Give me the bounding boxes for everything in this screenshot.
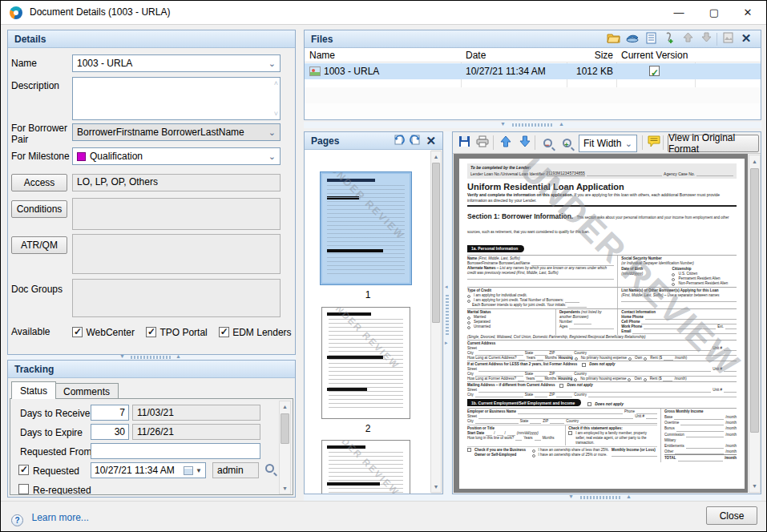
scrollbar-thumb[interactable]: [432, 163, 440, 323]
doc-dependents-label: Dependents: [559, 310, 580, 314]
scrollbar-down-icon[interactable]: ▼: [280, 486, 290, 491]
close-window-button[interactable]: ✕: [731, 1, 765, 25]
files-panel-header: Files ✕: [305, 30, 761, 48]
doc-alt-names-label: Alternate Names: [467, 266, 496, 270]
pages-preview-splitter[interactable]: ◂ ▸: [444, 131, 451, 494]
next-page-icon[interactable]: [516, 135, 534, 151]
close-button[interactable]: Close: [706, 506, 757, 525]
print-icon[interactable]: [474, 135, 491, 151]
bottom-splitter[interactable]: ▼ ▲: [304, 494, 761, 501]
empty-file-row: [305, 87, 761, 103]
column-header-size[interactable]: Size: [567, 48, 613, 62]
column-header-name[interactable]: Name: [309, 48, 335, 62]
attach-file-icon[interactable]: [661, 32, 677, 46]
window-title: Document Details (1003 - URLA): [30, 6, 170, 18]
requested-date-picker[interactable]: 10/27/21 11:34 AM ▼: [91, 462, 206, 478]
scrollbar-thumb[interactable]: [750, 168, 759, 433]
rerequested-checkbox[interactable]: [18, 484, 29, 494]
days-to-receive-input[interactable]: 7: [91, 405, 129, 421]
document-preview-page: UNDER REVIEW To be completed by the Lend…: [459, 159, 745, 489]
days-to-expire-input[interactable]: 30: [91, 424, 129, 440]
file-row[interactable]: 1003 - URLA 10/27/21 11:34 AM 1012 KB: [305, 63, 761, 79]
description-label: Description: [11, 80, 59, 91]
browse-attach-icon[interactable]: [606, 32, 622, 46]
zoom-mode-select[interactable]: Fit Width ⌄: [579, 135, 637, 152]
file-manager-icon[interactable]: [643, 32, 659, 46]
delete-file-icon[interactable]: ✕: [738, 32, 754, 46]
zoom-out-icon[interactable]: −: [539, 135, 556, 151]
current-version-checkbox[interactable]: [649, 66, 660, 76]
scrollbar-up-icon[interactable]: ▲: [749, 159, 760, 164]
move-up-icon[interactable]: [680, 32, 696, 46]
note-icon[interactable]: [645, 135, 663, 151]
doc-loan-id-label: Lender Loan No./Universal Loan Identifie…: [470, 171, 545, 177]
conditions-button[interactable]: Conditions: [11, 200, 67, 218]
doc-state: State: [520, 419, 529, 424]
pages-scrollbar[interactable]: ▲ ▼: [430, 151, 442, 493]
description-input[interactable]: ˄ ˅: [72, 77, 281, 120]
view-original-format-button[interactable]: View in Original Format: [668, 135, 759, 152]
doc-income-label: Other: [664, 449, 673, 454]
page-thumbnail-3[interactable]: UNDER REVIEW: [321, 440, 410, 494]
zoom-in-icon[interactable]: +: [558, 135, 575, 151]
edm-lenders-checkbox[interactable]: [219, 327, 229, 337]
doc-income-suffix: /month: [725, 443, 737, 449]
search-user-icon[interactable]: [265, 464, 274, 473]
empty-file-row: [305, 103, 761, 119]
pages-close-icon[interactable]: ✕: [426, 134, 436, 148]
image-file-icon: [309, 66, 321, 76]
page-number-2: 2: [305, 423, 431, 434]
doc-years: Years: [523, 436, 532, 441]
tracking-panel-header: Tracking: [8, 361, 295, 378]
move-down-icon[interactable]: [698, 32, 714, 46]
previous-page-icon[interactable]: [497, 135, 515, 151]
scrollbar-thumb[interactable]: [281, 413, 289, 444]
tpo-portal-checkbox[interactable]: [146, 327, 156, 337]
requested-checkbox[interactable]: [18, 465, 29, 475]
column-header-date[interactable]: Date: [466, 48, 486, 62]
doc-phone: Phone: [624, 409, 635, 414]
page-thumbnail-1[interactable]: UNDER REVIEW: [320, 171, 412, 285]
maximize-button[interactable]: ▢: [697, 1, 731, 25]
requested-date-value: 10/27/21 11:34 AM: [95, 465, 175, 476]
scrollbar-up-icon[interactable]: ▲: [431, 154, 441, 159]
date-dropdown-icon[interactable]: ▼: [196, 467, 202, 474]
doc-income-suffix: /month: [725, 420, 737, 425]
doc-does-not-apply: Does not apply: [567, 383, 592, 388]
rotate-right-icon[interactable]: [409, 134, 422, 148]
atrqm-button[interactable]: ATR/QM: [11, 236, 67, 254]
borrower-pair-select[interactable]: BorrowerFirstname BorrowerLastName ⌄: [72, 123, 281, 141]
doc-email: Email: [621, 329, 631, 334]
calendar-icon[interactable]: [184, 466, 193, 475]
doc-income-label: Military: [664, 437, 676, 443]
webcenter-checkbox[interactable]: [72, 327, 83, 337]
page-thumbnail-2[interactable]: UNDER REVIEW: [321, 307, 410, 419]
tab-status[interactable]: Status: [11, 381, 56, 399]
document-preview-area: UNDER REVIEW To be completed by the Lend…: [454, 154, 748, 493]
scroll-up-icon[interactable]: ˄: [274, 79, 278, 87]
doc-housing-own: Own: [635, 356, 642, 361]
learn-more-link[interactable]: ? Learn more...: [11, 510, 89, 526]
minimize-button[interactable]: —: [662, 1, 696, 25]
access-button[interactable]: Access: [11, 174, 67, 191]
webcenter-option[interactable]: WebCenter: [72, 324, 135, 339]
scrollbar-up-icon[interactable]: ▲: [280, 404, 290, 409]
edm-lenders-option[interactable]: EDM Lenders: [219, 324, 292, 339]
files-preview-splitter[interactable]: ▼ ▲: [304, 122, 761, 128]
scrollbar-down-icon[interactable]: ▼: [749, 483, 760, 489]
preview-scrollbar[interactable]: ▲ ▼: [749, 155, 761, 493]
tracking-scrollbar[interactable]: ▲ ▼: [279, 401, 291, 494]
milestone-select[interactable]: Qualification ⌄: [72, 147, 281, 165]
document-image-icon[interactable]: [720, 32, 736, 46]
column-header-current-version[interactable]: Current Version: [621, 48, 688, 62]
save-icon[interactable]: [455, 135, 473, 151]
requested-from-input[interactable]: [91, 443, 260, 459]
scan-icon[interactable]: [624, 32, 640, 46]
scrollbar-down-icon[interactable]: ▼: [431, 484, 441, 490]
requested-label: Requested: [33, 466, 79, 477]
name-select[interactable]: 1003 - URLA ⌄: [72, 54, 281, 72]
tpo-portal-option[interactable]: TPO Portal: [146, 324, 208, 339]
rotate-left-icon[interactable]: [392, 134, 406, 148]
scroll-down-icon[interactable]: ˅: [274, 110, 278, 118]
tab-comments[interactable]: Comments: [54, 383, 119, 399]
